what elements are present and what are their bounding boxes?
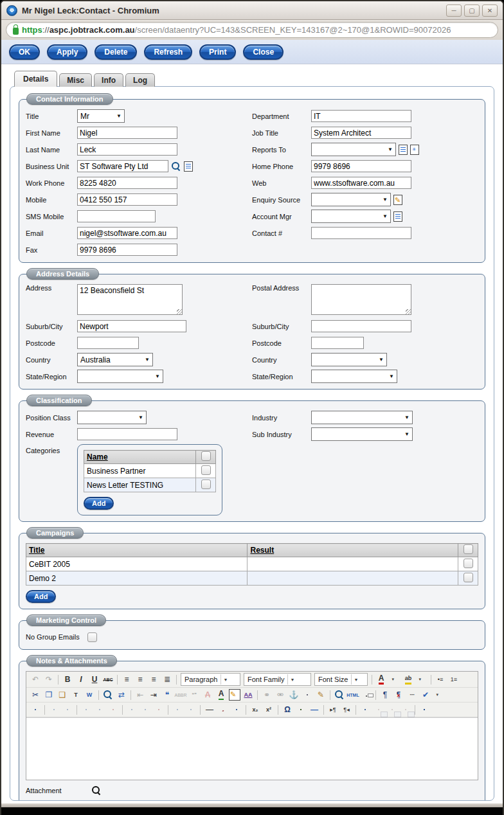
business-unit-input[interactable]: [77, 160, 168, 172]
spellcheck-icon[interactable]: ✔: [419, 689, 432, 701]
business-unit-search-icon[interactable]: [171, 161, 181, 172]
copy-icon[interactable]: ❐: [42, 689, 55, 701]
work-phone-input[interactable]: [77, 177, 177, 189]
print-icon[interactable]: [360, 689, 373, 701]
reports-to-select[interactable]: ▼: [311, 143, 396, 156]
revenue-input[interactable]: [77, 428, 177, 440]
address-textarea[interactable]: 12 Beaconsfield St: [77, 284, 183, 315]
find-icon[interactable]: [102, 689, 114, 701]
categories-select-all-checkbox[interactable]: [201, 451, 211, 461]
category-row-checkbox[interactable]: [201, 465, 211, 475]
align-left-icon[interactable]: ≡: [120, 674, 133, 685]
indent-icon[interactable]: ⇥: [147, 689, 160, 701]
state-region-select[interactable]: ▼: [77, 370, 163, 383]
horizontal-rule-icon[interactable]: —: [203, 704, 216, 715]
notes-editor-content[interactable]: [26, 717, 478, 780]
address-bar[interactable]: https://aspc.jobtrack.com.au/screen/data…: [6, 22, 498, 38]
format-select[interactable]: Paragraph▼: [181, 673, 240, 686]
title-bar[interactable]: Mr Nigel Leck:Contact - Chromium ─▢✕: [1, 1, 503, 20]
mobile-input[interactable]: [77, 193, 177, 206]
font-size-select[interactable]: Font Size▼: [314, 673, 368, 686]
align-right-icon[interactable]: ≡: [147, 674, 160, 685]
campaign-row-checkbox[interactable]: [464, 573, 473, 582]
first-name-input[interactable]: [77, 127, 177, 139]
account-mgr-select[interactable]: ▼: [311, 210, 391, 223]
suburb-city-input[interactable]: [77, 320, 186, 332]
department-input[interactable]: [311, 110, 411, 122]
categories-name-header[interactable]: Name: [84, 451, 196, 464]
ltr-icon[interactable]: ▸¶: [327, 704, 339, 715]
email-input[interactable]: [77, 227, 177, 239]
tab-info[interactable]: Info: [94, 73, 123, 87]
business-unit-notes-icon[interactable]: [184, 161, 193, 172]
media-icon[interactable]: [294, 704, 307, 715]
tab-log[interactable]: Log: [125, 73, 155, 87]
resize-handle-icon[interactable]: [406, 309, 411, 314]
reports-to-new-icon[interactable]: [410, 145, 419, 155]
paste-as-text-icon[interactable]: T: [69, 689, 82, 701]
special-char-icon[interactable]: Ω: [281, 704, 294, 715]
job-title-input[interactable]: [311, 127, 411, 139]
attributes-icon[interactable]: [228, 689, 241, 701]
close-button[interactable]: ✕: [482, 4, 498, 17]
resize-handle-icon[interactable]: [177, 309, 182, 314]
superscript-icon[interactable]: x²: [262, 704, 275, 715]
enquiry-source-select[interactable]: ▼: [311, 193, 391, 206]
rtl-icon[interactable]: ¶◂: [340, 704, 353, 715]
paste-icon[interactable]: ❑: [56, 689, 69, 701]
remove-format-icon[interactable]: [217, 704, 230, 715]
find-replace-icon[interactable]: ⇄: [115, 689, 128, 701]
visual-chars-icon[interactable]: ¶: [392, 689, 405, 701]
font-family-select[interactable]: Font Family▼: [244, 673, 311, 686]
html-source-icon[interactable]: HTML: [346, 689, 359, 701]
cut-icon[interactable]: ✂: [29, 689, 42, 701]
insert-table-icon[interactable]: [29, 704, 42, 715]
reports-to-notes-icon[interactable]: [399, 145, 408, 155]
char-style-icon[interactable]: AA: [242, 689, 255, 701]
text-color-icon[interactable]: A: [375, 674, 388, 685]
paragraph-icon[interactable]: ¶: [379, 689, 392, 701]
campaigns-result-header[interactable]: Result: [248, 544, 458, 557]
industry-select[interactable]: ▼: [311, 411, 413, 424]
home-phone-input[interactable]: [311, 160, 411, 172]
align-justify-icon[interactable]: ≣: [161, 674, 174, 685]
sub-industry-select[interactable]: ▼: [311, 427, 413, 441]
bold-icon[interactable]: B: [61, 674, 74, 685]
web-input[interactable]: [311, 177, 411, 189]
strikethrough-icon[interactable]: ABC: [102, 674, 114, 685]
position-class-select[interactable]: ▼: [77, 411, 147, 424]
cleanup-icon[interactable]: ✎: [314, 689, 327, 701]
preview-icon[interactable]: [333, 689, 346, 701]
category-row-checkbox[interactable]: [201, 479, 211, 489]
print-button[interactable]: Print: [199, 44, 236, 60]
toggle-borders-icon[interactable]: [230, 704, 243, 715]
postcode-input[interactable]: [77, 337, 139, 349]
account-mgr-notes-icon[interactable]: [393, 211, 402, 222]
bullet-list-icon[interactable]: •≡: [434, 674, 447, 685]
close-button[interactable]: Close: [243, 44, 284, 60]
tab-misc[interactable]: Misc: [59, 73, 92, 87]
ins-icon[interactable]: A: [215, 689, 228, 701]
italic-icon[interactable]: I: [75, 674, 87, 685]
tab-details[interactable]: Details: [14, 71, 57, 87]
subscript-icon[interactable]: x₂: [249, 704, 262, 715]
advanced-hr-icon[interactable]: —: [308, 704, 321, 715]
country-select[interactable]: Australia▼: [77, 353, 153, 366]
refresh-button[interactable]: Refresh: [144, 44, 192, 60]
numbered-list-icon[interactable]: 1≡: [447, 674, 460, 685]
highlight-color-icon[interactable]: ab: [402, 674, 415, 685]
campaigns-select-all-checkbox[interactable]: [464, 544, 473, 554]
fullscreen-icon[interactable]: [418, 704, 431, 715]
highlight-color-menu-icon[interactable]: ▾: [415, 674, 428, 685]
postal-state-region-select[interactable]: ▼: [311, 370, 397, 383]
postal-country-select[interactable]: ▼: [311, 353, 387, 366]
align-center-icon[interactable]: ≡: [134, 674, 147, 685]
paste-from-word-icon[interactable]: W: [83, 689, 96, 701]
title-select[interactable]: Mr▼: [77, 109, 125, 123]
no-group-emails-checkbox[interactable]: [87, 632, 97, 642]
minimize-button[interactable]: ─: [446, 4, 462, 17]
blockquote-icon[interactable]: ❝: [161, 689, 174, 701]
campaign-row-checkbox[interactable]: [464, 559, 473, 568]
sms-mobile-input[interactable]: [77, 210, 156, 222]
anchor-icon[interactable]: ⚓: [287, 689, 300, 701]
